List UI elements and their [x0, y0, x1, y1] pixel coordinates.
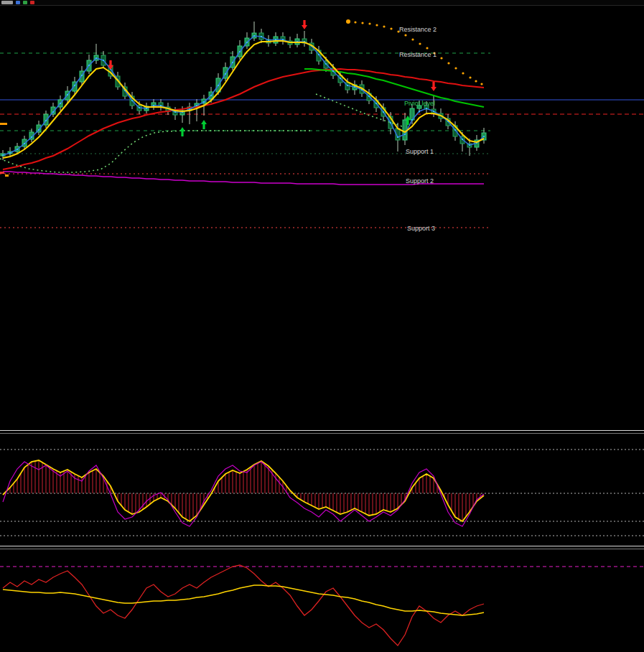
- toolbar-fragment-green[interactable]: [23, 1, 27, 4]
- ma-blue-fast-dot: [268, 39, 269, 41]
- ma-blue-fast-dot: [426, 108, 427, 109]
- ma-blue-fast-dot: [45, 120, 47, 121]
- ma-blue-fast-dot: [340, 78, 341, 79]
- ma-blue-fast-dot: [282, 39, 284, 40]
- ma-blue-fast-dot: [139, 107, 140, 108]
- ma-blue-fast-dot: [469, 144, 470, 146]
- ma-blue-fast-dot: [225, 73, 226, 75]
- chart-label: Resistance 1: [399, 51, 437, 58]
- chart-label: Support 2: [406, 177, 434, 185]
- ma-blue-fast-dot: [31, 136, 32, 138]
- main-chart-canvas[interactable]: Resistance 2Resistance 1Piviot levelSupp…: [0, 6, 644, 430]
- chart-label: Support 1: [406, 148, 434, 155]
- ma-blue-fast-dot: [411, 119, 413, 121]
- ma-blue-fast-dot: [88, 65, 90, 66]
- ma-blue-fast-dot: [318, 54, 319, 55]
- resistance-curve-dots: [375, 24, 378, 26]
- resistance-curve-dots: [411, 38, 414, 40]
- osc-magenta: [3, 462, 484, 526]
- ma-blue-fast-dot: [454, 129, 456, 131]
- ma-blue-fast-dot: [390, 122, 391, 124]
- ma-blue-fast-dot: [253, 35, 255, 37]
- signal-arrow-sell: [431, 82, 437, 91]
- mom-yellow: [3, 585, 484, 615]
- toolbar-fragment-gray[interactable]: [1, 1, 13, 4]
- resistance-curve-dots: [361, 22, 363, 24]
- candles: [1, 22, 486, 160]
- ma-blue-fast-dot: [325, 63, 327, 65]
- chart-label: Piviot level: [404, 100, 435, 107]
- resistance-curve-dots: [426, 47, 428, 49]
- ma-blue-fast-dot: [174, 111, 176, 113]
- ma-blue-fast-dot: [52, 111, 54, 113]
- ma-blue-fast-dot: [483, 136, 485, 137]
- ma-blue-fast-dot: [404, 134, 406, 135]
- ma-blue-fast-dot: [160, 105, 162, 106]
- ma-blue-fast-dot: [462, 139, 463, 140]
- signal-arrow-buy: [179, 127, 185, 136]
- chart-label: Support 3: [407, 225, 435, 232]
- ma-blue-fast-dot: [131, 100, 133, 101]
- resistance-curve-dots: [390, 27, 392, 29]
- ma-blue-fast-dot: [218, 85, 219, 86]
- chart-label: Resistance 2: [399, 26, 437, 33]
- resistance-curve-dots: [419, 42, 421, 45]
- resistance-curve-dots: [454, 67, 457, 69]
- resistance-curve-dots: [440, 57, 442, 59]
- ma-blue-fast-dot: [433, 111, 434, 112]
- toolbar-strip[interactable]: [0, 0, 644, 6]
- ma-blue-fast-dot: [103, 60, 104, 61]
- resistance-curve-dots: [469, 76, 471, 78]
- ma-blue-fast-dot: [375, 103, 377, 104]
- ma-blue-fast-dot: [17, 149, 18, 150]
- ma-blue-fast-dot: [81, 75, 83, 76]
- signal-arrow-buy: [201, 120, 207, 129]
- ma-blue-fast-dot: [261, 36, 262, 37]
- toolbar-fragment-blue[interactable]: [16, 1, 20, 4]
- ma-blue-fast-dot: [74, 85, 75, 86]
- mom-red: [3, 565, 484, 646]
- resistance-curve-dots: [354, 21, 356, 23]
- ma-blue-fast-dot: [146, 108, 147, 109]
- momentum-panel[interactable]: [0, 549, 644, 651]
- ma-blue-fast-dot: [153, 105, 154, 106]
- ma-blue-fast-dot: [332, 70, 334, 72]
- resistance-curve-dots: [368, 22, 370, 24]
- ma-blue-fast-dot: [60, 103, 61, 104]
- ma-blue-fast-dot: [24, 143, 25, 144]
- ma-blue-fast-dot: [95, 57, 97, 59]
- edge-marker: [5, 174, 9, 177]
- resistance-curve-dots: [346, 19, 350, 24]
- ma-blue-fast-dot: [347, 85, 348, 86]
- ma-blue-fast-dot: [275, 39, 276, 40]
- momentum-canvas[interactable]: [0, 549, 644, 651]
- resistance-curve-dots: [404, 34, 406, 36]
- ma-blue-fast-dot: [67, 94, 68, 96]
- resistance-curve-dots: [462, 72, 464, 74]
- ma-blue-fast-dot: [38, 129, 39, 131]
- oscillator-panel[interactable]: [0, 434, 644, 546]
- resistance-curve-dots: [480, 83, 482, 85]
- edge-marker: [0, 123, 7, 125]
- trading-terminal: Resistance 2Resistance 1Piviot levelSupp…: [0, 0, 644, 652]
- candle-body: [403, 120, 407, 140]
- ma-blue-fast-dot: [210, 95, 212, 96]
- dotted-support-band: [0, 131, 312, 172]
- ma-blue-fast-dot: [383, 111, 384, 113]
- ma-blue-fast-dot: [419, 111, 420, 112]
- ma-blue-fast-dot: [203, 101, 205, 103]
- resistance-curve-dots: [383, 25, 385, 27]
- ma-blue-fast-dot: [9, 152, 11, 154]
- ma-blue-fast-dot: [368, 96, 370, 97]
- signal-arrow-sell: [302, 20, 307, 29]
- edge-marker: [0, 172, 4, 174]
- main-chart-panel[interactable]: Resistance 2Resistance 1Piviot levelSupp…: [0, 6, 644, 430]
- ma-blue-fast-dot: [239, 51, 241, 52]
- ma-blue-fast-dot: [232, 62, 233, 63]
- toolbar-fragment-red[interactable]: [30, 1, 34, 4]
- ma-blue-fast-dot: [246, 42, 248, 43]
- resistance-curve-dots: [447, 62, 449, 64]
- oscillator-canvas[interactable]: [0, 434, 644, 546]
- resistance-curve-dots: [475, 80, 477, 82]
- ma-blue-fast-dot: [196, 105, 197, 106]
